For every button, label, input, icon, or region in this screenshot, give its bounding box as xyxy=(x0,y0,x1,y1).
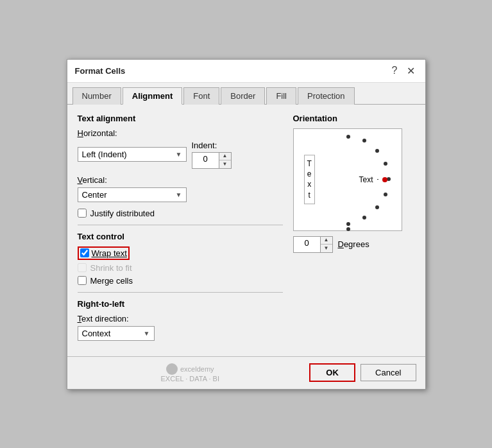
right-to-left-section: Right-to-left Text direction: Context ▼ xyxy=(78,299,283,341)
tab-protection[interactable]: Protection xyxy=(298,87,355,105)
justify-distributed-checkbox[interactable] xyxy=(78,209,87,218)
tab-font-label: Font xyxy=(193,91,210,101)
text-alignment-section: Text alignment Horizontal: Left (Indent)… xyxy=(78,114,283,218)
title-bar-controls: ? ✕ xyxy=(389,65,418,77)
merge-cells-checkbox[interactable] xyxy=(78,276,87,285)
horizontal-text-label: Text xyxy=(359,175,373,184)
horizontal-label: Horizontal: xyxy=(78,128,283,138)
degree-row: 0 ▲ ▼ Degrees xyxy=(293,236,369,253)
shrink-to-fit-row: Shrink to fit xyxy=(78,263,283,273)
text-direction-select[interactable]: Context ▼ xyxy=(78,326,155,341)
svg-point-5 xyxy=(384,193,387,196)
horizontal-value: Left (Indent) xyxy=(82,150,127,159)
indent-increment[interactable]: ▲ xyxy=(219,153,231,160)
close-icon[interactable]: ✕ xyxy=(404,65,418,77)
watermark: exceldemy EXCEL · DATA · BI xyxy=(76,363,305,383)
tab-alignment[interactable]: Alignment xyxy=(123,87,183,105)
degree-spinner: 0 ▲ ▼ xyxy=(293,236,333,253)
indent-label: Indent: xyxy=(192,141,217,150)
text-direction-label: Text direction: xyxy=(78,314,283,323)
watermark-sub: EXCEL · DATA · BI xyxy=(161,375,220,383)
indent-group: Indent: 0 ▲ ▼ xyxy=(192,141,232,169)
text-direction-select-row: Context ▼ xyxy=(78,326,283,341)
tab-protection-label: Protection xyxy=(307,91,345,101)
text-direction-value: Context xyxy=(82,329,111,338)
help-icon[interactable]: ? xyxy=(389,65,400,76)
right-panel: Orientation xyxy=(293,114,415,347)
right-to-left-title: Right-to-left xyxy=(78,299,283,309)
svg-point-7 xyxy=(362,216,366,220)
watermark-icon xyxy=(166,363,178,375)
tab-fill[interactable]: Fill xyxy=(266,87,296,105)
left-panel: Text alignment Horizontal: Left (Indent)… xyxy=(78,114,283,347)
text-direction-arrow: ▼ xyxy=(144,330,150,337)
title-bar: Format Cells ? ✕ xyxy=(67,60,425,83)
justify-distributed-label: Justify distributed xyxy=(90,209,155,218)
dialog-title: Format Cells xyxy=(75,66,126,76)
vertical-select-row: Center ▼ xyxy=(78,187,283,202)
wrap-text-highlight: Wrap text xyxy=(78,246,130,260)
vertical-label: Vertical: xyxy=(78,175,283,185)
svg-point-9 xyxy=(346,227,350,231)
vertical-dropdown-arrow: ▼ xyxy=(176,191,182,198)
indent-spinner: 0 ▲ ▼ xyxy=(192,152,232,169)
degrees-label: Degrees xyxy=(338,239,369,249)
footer: exceldemy EXCEL · DATA · BI OK Cancel xyxy=(67,356,425,389)
watermark-logo: exceldemy xyxy=(166,363,214,375)
tab-bar: Number Alignment Font Border Fill Protec… xyxy=(67,83,425,105)
ok-button[interactable]: OK xyxy=(309,363,355,382)
text-control-section: Text control Wrap text Shrink to fit xyxy=(78,232,283,286)
svg-point-3 xyxy=(384,162,387,166)
divider-1 xyxy=(78,225,283,225)
horizontal-select-row: Left (Indent) ▼ Indent: 0 ▲ ▼ xyxy=(78,141,283,169)
svg-point-8 xyxy=(346,222,350,226)
tab-font[interactable]: Font xyxy=(183,87,219,105)
divider-2 xyxy=(78,292,283,293)
indent-decrement[interactable]: ▼ xyxy=(219,160,231,168)
orientation-panel: Orientation xyxy=(293,114,415,253)
tab-border-label: Border xyxy=(230,91,255,101)
vertical-select[interactable]: Center ▼ xyxy=(78,187,187,202)
svg-point-0 xyxy=(346,135,350,139)
degree-decrement[interactable]: ▼ xyxy=(321,245,332,252)
wrap-text-row: Wrap text xyxy=(78,246,283,260)
cancel-button[interactable]: Cancel xyxy=(361,364,416,381)
tab-number[interactable]: Number xyxy=(72,87,121,105)
merge-cells-row: Merge cells xyxy=(78,276,283,286)
text-alignment-title: Text alignment xyxy=(78,114,283,123)
orientation-title: Orientation xyxy=(293,114,337,123)
degree-increment[interactable]: ▲ xyxy=(321,237,332,245)
tab-alignment-label: Alignment xyxy=(132,91,173,101)
svg-point-6 xyxy=(375,205,379,209)
shrink-to-fit-checkbox[interactable] xyxy=(78,263,87,272)
tab-fill-label: Fill xyxy=(276,91,287,101)
svg-point-1 xyxy=(362,139,366,142)
orientation-box: T e x t Text xyxy=(293,128,402,231)
indent-spinner-buttons: ▲ ▼ xyxy=(219,153,231,168)
indent-value[interactable]: 0 xyxy=(192,153,219,168)
svg-point-2 xyxy=(375,149,379,153)
vertical-text: T e x t xyxy=(304,155,315,205)
orientation-red-dot[interactable] xyxy=(382,177,387,182)
format-cells-dialog: Format Cells ? ✕ Number Alignment Font B… xyxy=(67,59,426,390)
tab-border[interactable]: Border xyxy=(221,87,265,105)
wrap-text-checkbox[interactable] xyxy=(80,248,89,257)
degree-value[interactable]: 0 xyxy=(294,237,321,252)
tab-content: Text alignment Horizontal: Left (Indent)… xyxy=(67,105,425,356)
horizontal-select[interactable]: Left (Indent) ▼ xyxy=(78,147,187,162)
degree-spinner-buttons: ▲ ▼ xyxy=(321,237,332,252)
text-control-title: Text control xyxy=(78,232,283,241)
justify-distributed-row: Justify distributed xyxy=(78,209,283,218)
horizontal-text-row: Text xyxy=(359,175,387,184)
tab-number-label: Number xyxy=(82,91,112,101)
watermark-name: exceldemy xyxy=(180,365,214,373)
shrink-to-fit-label: Shrink to fit xyxy=(90,263,132,273)
wrap-text-label: Wrap text xyxy=(92,248,127,258)
vertical-value: Center xyxy=(82,190,107,200)
merge-cells-label: Merge cells xyxy=(90,276,133,286)
horizontal-dropdown-arrow: ▼ xyxy=(176,151,182,158)
